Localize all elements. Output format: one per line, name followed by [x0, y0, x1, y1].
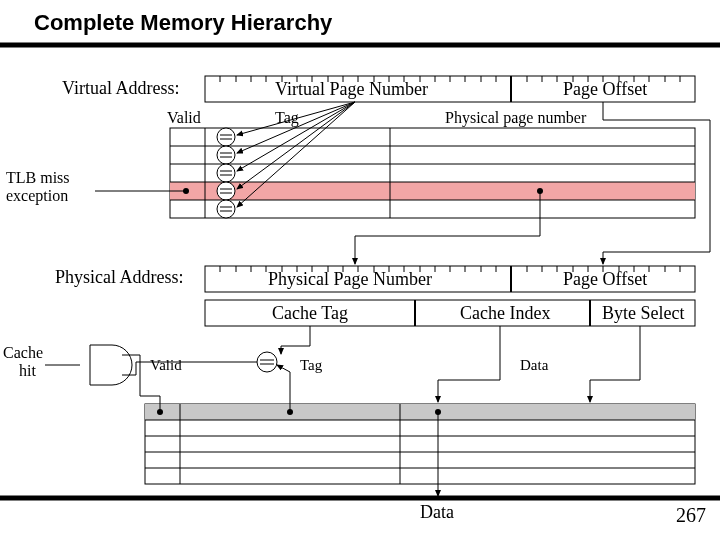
tlb-comparators: [217, 128, 235, 218]
tlb-table: [170, 128, 695, 218]
and-gate-icon: [90, 345, 132, 385]
virtual-address-label: Virtual Address:: [62, 78, 179, 98]
cache-index-header: Cache Index: [460, 303, 550, 323]
cache-hit-label-1: Cache: [3, 344, 43, 361]
bytesel-wire: [590, 326, 640, 402]
svg-point-44: [217, 164, 235, 182]
tag-wire: [281, 326, 310, 354]
cache-comparator: [257, 352, 277, 372]
cache-byte-select-header: Byte Select: [602, 303, 684, 323]
va-vpn-label: Virtual Page Number: [275, 79, 428, 99]
physical-address-label: Physical Address:: [55, 267, 184, 287]
data-out-label: Data: [420, 502, 454, 522]
svg-line-99: [277, 365, 290, 372]
svg-rect-30: [170, 128, 695, 218]
svg-point-47: [217, 182, 235, 200]
tlb-tag-header: Tag: [275, 109, 299, 127]
page-number: 267: [676, 504, 706, 526]
cache-table: [145, 404, 695, 484]
cache-tag-label: Tag: [300, 357, 323, 373]
tlb-miss-label-2: exception: [6, 187, 68, 205]
cache-valid-header: Valid: [150, 357, 182, 373]
cmp-to-and: [122, 362, 257, 375]
tlb-miss-label-1: TLB miss: [6, 169, 70, 186]
page-title: Complete Memory Hierarchy: [34, 10, 333, 35]
va-offset-label: Page Offset: [563, 79, 647, 99]
pa-offset-label: Page Offset: [563, 269, 647, 289]
svg-point-41: [217, 146, 235, 164]
svg-point-38: [217, 128, 235, 146]
cache-hit-label-2: hit: [19, 362, 36, 379]
svg-rect-31: [170, 182, 695, 200]
cache-tag-header: Cache Tag: [272, 303, 348, 323]
tlb-ppn-header: Physical page number: [445, 109, 587, 127]
index-wire: [438, 326, 500, 402]
tlb-valid-header: Valid: [167, 109, 201, 126]
cache-data-label: Data: [520, 357, 549, 373]
pa-ppn-label: Physical Page Number: [268, 269, 432, 289]
svg-rect-91: [145, 404, 695, 420]
svg-point-50: [217, 200, 235, 218]
